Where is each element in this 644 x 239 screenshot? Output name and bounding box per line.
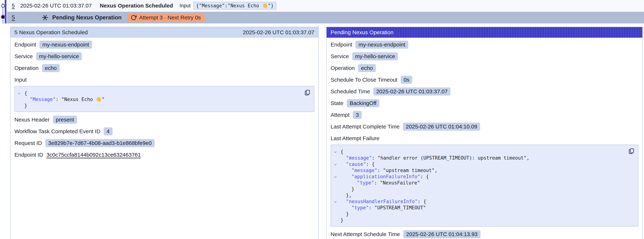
field-value-chip: 2025-02-26 UTC 01:04:13.93	[403, 230, 480, 238]
field-label: Endpoint	[330, 42, 352, 48]
field-value-chip: my-nexus-endpoint	[356, 41, 408, 49]
chevron-down-icon[interactable]	[18, 91, 24, 95]
code-line-text: {	[24, 90, 27, 96]
right-panel-title: Pending Nexus Operation	[330, 29, 394, 36]
pending-asterisk-icon	[42, 14, 48, 21]
code-line-text: {	[340, 148, 344, 155]
copy-icon	[304, 89, 311, 96]
field-value-chip: 2025-02-26 UTC 01:03:37.07	[373, 88, 450, 96]
code-line-text: "cause": {	[340, 161, 375, 167]
field-value-chip: BackingOff	[347, 99, 379, 107]
field-row-workflow-task-completed-event-id: Workflow Task Completed Event ID4	[14, 127, 314, 136]
right-panel-fields: Endpointmy-nexus-endpointServicemy-hello…	[326, 41, 642, 239]
field-value-chip: 3	[353, 111, 362, 119]
field-label: Input	[14, 77, 27, 83]
right-panel-header: Pending Nexus Operation	[326, 27, 642, 38]
field-label: Operation	[330, 65, 355, 71]
field-label: Next Attempt Schedule Time	[330, 231, 400, 237]
event-history-row[interactable]: 5 2025-02-26 UTC 01:03:37.07 Nexus Opera…	[7, 0, 644, 11]
code-line-text: "message": "handler error (UPSTREAM_TIME…	[340, 155, 530, 161]
field-row-endpoint-id: Endpoint ID3c0c75ccfa8144b092c13ce632463…	[14, 151, 314, 159]
input-label: Input	[180, 3, 190, 8]
field-value-chip: present	[53, 116, 77, 124]
field-label: State	[330, 100, 344, 106]
left-panel-header: 5 Nexus Operation Scheduled 2025-02-26 U…	[10, 27, 318, 38]
field-row-operation: Operationecho	[14, 64, 314, 72]
field-value-chip: echo	[42, 64, 60, 72]
field-row-attempt: Attempt3	[330, 111, 638, 119]
code-line-text: "nexusHandlerFailureInfo": {	[340, 198, 426, 204]
field-label: Service	[14, 53, 33, 60]
code-line-text: },	[340, 192, 352, 198]
left-panel-time: 2025-02-26 UTC 01:03:37.07	[243, 29, 314, 36]
field-label: Endpoint	[14, 42, 36, 48]
field-label: Request ID	[14, 140, 42, 146]
json-code-block: {"Message": "Nexus Echo 👋"}	[14, 86, 314, 112]
code-line-text: }	[24, 102, 27, 109]
field-row-last-attempt-complete-time: Last Attempt Complete Time2025-02-26 UTC…	[330, 122, 638, 131]
code-line-text: "type": "NexusFailure"	[340, 180, 420, 186]
field-row-endpoint: Endpointmy-nexus-endpoint	[14, 41, 314, 49]
field-row-input: Input	[14, 76, 314, 84]
field-value-link[interactable]: 3c0c75ccfa8144b092c13ce632463761	[46, 152, 141, 158]
field-value-chip: my-hello-service	[36, 52, 82, 60]
json-code-block: {"message": "handler error (UPSTREAM_TIM…	[330, 144, 638, 226]
field-label: Scheduled Time	[330, 88, 370, 94]
event-detail-panel-left: 5 Nexus Operation Scheduled 2025-02-26 U…	[10, 27, 319, 239]
timeline-active-bar	[5, 0, 6, 24]
chevron-down-icon[interactable]	[334, 162, 340, 166]
retry-badge-label: Attempt 3 · Next Retry 0s	[139, 14, 201, 21]
field-row-service: Servicemy-hello-service	[330, 52, 638, 60]
field-row-nexus-header: Nexus Headerpresent	[14, 116, 314, 124]
field-value-chip: 3e829b7e-7d67-4b08-aad3-b1e868bfe9e0	[45, 139, 155, 147]
field-label: Workflow Task Completed Event ID	[14, 128, 100, 134]
field-label: Endpoint ID	[14, 152, 43, 158]
field-row-next-attempt-schedule-time: Next Attempt Schedule Time2025-02-26 UTC…	[330, 230, 638, 238]
field-row-schedule-to-close-timeout: Schedule To Close Timeout0s	[330, 76, 638, 84]
field-row-request-id: Request ID3e829b7e-7d67-4b08-aad3-b1e868…	[14, 139, 314, 147]
field-value-chip: 0s	[401, 76, 412, 84]
event-title: Nexus Operation Scheduled	[100, 2, 173, 9]
left-panel-title: 5 Nexus Operation Scheduled	[14, 29, 88, 36]
code-line-text: }	[340, 186, 354, 192]
field-row-endpoint: Endpointmy-nexus-endpoint	[330, 41, 638, 49]
field-label: Attempt	[330, 112, 350, 118]
chevron-down-icon[interactable]	[334, 174, 340, 178]
pending-operation-panel-right: Pending Nexus Operation Endpointmy-nexus…	[326, 27, 643, 239]
field-value-chip: echo	[358, 64, 376, 72]
field-row-service: Servicemy-hello-service	[14, 52, 314, 60]
chevron-down-icon[interactable]	[334, 150, 340, 153]
event-time: 2025-02-26 UTC 01:03:37.07	[20, 2, 92, 9]
code-line-text: }	[340, 217, 344, 223]
copy-button[interactable]	[303, 88, 312, 97]
field-row-operation: Operationecho	[330, 64, 638, 72]
field-label: Last Attempt Failure	[330, 135, 380, 142]
code-line-text: "applicationFailureInfo": {	[340, 174, 429, 180]
copy-icon	[628, 148, 635, 155]
code-line-text: "type": "UPSTREAM_TIMEOUT"	[340, 204, 426, 211]
code-line-text: "Message": "Nexus Echo 👋"	[24, 96, 104, 102]
timeline-node-circle-icon	[1, 4, 5, 8]
field-label: Schedule To Close Timeout	[330, 77, 398, 83]
field-label: Service	[330, 53, 349, 60]
pending-id-link[interactable]: 5	[12, 14, 15, 21]
retry-icon	[131, 15, 136, 20]
pending-operation-row[interactable]: 5 Pending Nexus Operation Attempt 3 · Ne…	[7, 12, 644, 24]
input-preview-chip: {"Message":"Nexus Echo 👋"}	[194, 2, 276, 10]
code-line-text: }	[340, 211, 349, 217]
field-value-chip: 4	[104, 127, 112, 136]
chevron-down-icon[interactable]	[334, 200, 340, 203]
field-row-scheduled-time: Scheduled Time2025-02-26 UTC 01:03:37.07	[330, 88, 638, 96]
field-row-state: StateBackingOff	[330, 99, 638, 107]
code-line-text: "message": "upstream timeout",	[340, 167, 438, 174]
left-panel-fields: Endpointmy-nexus-endpointServicemy-hello…	[10, 41, 318, 164]
field-value-chip: my-nexus-endpoint	[39, 41, 92, 49]
timeline-node-active-icon	[2, 15, 4, 18]
event-id-link[interactable]: 5	[12, 2, 15, 9]
retry-badge: Attempt 3 · Next Retry 0s	[127, 14, 204, 22]
field-value-chip: 2025-02-26 UTC 01:04:10.09	[403, 122, 480, 131]
copy-button[interactable]	[627, 147, 636, 156]
field-label: Nexus Header	[14, 116, 50, 123]
field-label: Operation	[14, 65, 39, 71]
field-value-chip: my-hello-service	[352, 52, 398, 60]
